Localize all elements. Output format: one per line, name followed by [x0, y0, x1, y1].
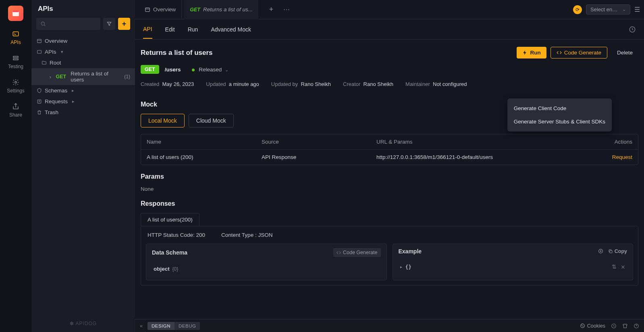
search-icon [40, 21, 46, 27]
subtab-api[interactable]: API [143, 20, 152, 39]
content-type: Content Type : JSON [221, 232, 272, 238]
env-refresh-button[interactable]: ⟳ [573, 5, 582, 14]
dropdown-server-stubs[interactable]: Generate Server Stubs & Client SDKs [507, 115, 612, 128]
subtab-run[interactable]: Run [188, 21, 198, 38]
schema-title: Data Schema [152, 249, 187, 256]
tree-endpoint[interactable]: › GET Returns a list of users (1) [31, 68, 135, 85]
tree-apis[interactable]: APIs ▾ [31, 46, 135, 57]
creator: Rano Sheikh [364, 81, 393, 87]
menu-icon: ☰ [634, 6, 640, 13]
filter-icon [106, 21, 112, 27]
window-icon [145, 7, 150, 13]
sort-icon[interactable]: ⇅ [612, 263, 617, 270]
logo-icon [12, 9, 20, 17]
tab-label: Overview [153, 6, 176, 13]
share-icon [12, 102, 20, 111]
cookies-button[interactable]: Cookies [580, 323, 605, 329]
code-icon [557, 50, 562, 55]
rail-label: Settings [7, 88, 24, 94]
svg-point-6 [41, 22, 44, 25]
api-title: Returns a list of users [141, 49, 213, 57]
code-generate-button[interactable]: Code Generate [551, 47, 607, 58]
sidebar: APIs + Overview APIs ▾ [31, 0, 135, 332]
app-logo [8, 6, 23, 21]
subtab-advanced-mock[interactable]: Advanced Mock [211, 21, 251, 38]
schema-code-generate[interactable]: Code Generate [333, 248, 380, 257]
mode-design[interactable]: DESIGN [147, 322, 175, 330]
copy-icon [608, 249, 613, 254]
environment-select[interactable]: Select envir... ⌄ [586, 4, 630, 15]
endpoint-name: Returns a list of users [71, 71, 121, 83]
responses-section-title: Responses [141, 200, 638, 207]
svg-rect-10 [145, 8, 150, 11]
history-button[interactable] [629, 26, 636, 33]
tree-overview[interactable]: Overview [31, 35, 135, 46]
release-status[interactable]: Released ⌄ [192, 67, 229, 73]
svg-rect-4 [13, 59, 18, 60]
tree-label: Root [50, 60, 61, 66]
main-area: Overview GET Returns a list of us... + ⋯… [135, 0, 644, 332]
endpoint-count: (1) [124, 74, 130, 79]
subtab-edit[interactable]: Edit [165, 21, 175, 38]
content: Returns a list of users Run Code Generat… [135, 40, 644, 319]
sub-tabs: API Edit Run Advanced Mock [135, 19, 644, 40]
svg-rect-2 [13, 32, 19, 36]
chevron-down-icon: ▾ [61, 49, 63, 54]
tree-requests[interactable]: Requests ▸ [31, 96, 135, 107]
delete-button[interactable]: Delete [611, 47, 638, 58]
rail-item-apis[interactable]: APIs [10, 30, 21, 45]
nav-rail: APIs Testing Settings Share [0, 0, 31, 332]
response-tab[interactable]: A list of users(200) [141, 213, 199, 226]
tab-overview[interactable]: Overview [139, 0, 182, 19]
updated-by: Rano Sheikh [301, 81, 331, 87]
mode-debug[interactable]: DEBUG [175, 322, 200, 330]
apis-folder-icon [36, 49, 42, 55]
expand-icon[interactable] [598, 248, 603, 254]
example-title: Example [399, 248, 422, 255]
ellipsis-icon: ⋯ [283, 6, 290, 13]
th-source: Source [262, 139, 376, 145]
caret-right-icon[interactable]: ▸ [400, 265, 402, 269]
tree-root-folder[interactable]: Root [31, 57, 135, 68]
svg-rect-3 [13, 56, 18, 58]
json-braces: {} [405, 264, 412, 270]
refresh-icon: ⟳ [575, 7, 580, 13]
add-button[interactable]: + [118, 18, 130, 30]
tab-more-button[interactable]: ⋯ [283, 6, 290, 13]
schema-object: object [154, 266, 170, 272]
rail-item-share[interactable]: Share [9, 102, 22, 118]
filter-button[interactable] [103, 18, 115, 30]
svg-rect-1 [12, 10, 19, 12]
new-tab-button[interactable]: + [265, 3, 278, 16]
tree-trash[interactable]: Trash [31, 107, 135, 118]
mock-url: http://127.0.0.1:3658/m1/366121-0-defaul… [376, 154, 600, 160]
rail-item-settings[interactable]: Settings [7, 78, 24, 94]
tshirt-icon[interactable] [622, 323, 628, 329]
method-label: GET [56, 74, 66, 79]
cloud-mock-button[interactable]: Cloud Mock [189, 114, 234, 127]
copy-button[interactable]: Copy [608, 248, 627, 254]
sync-icon[interactable] [611, 323, 617, 329]
run-button[interactable]: Run [517, 47, 546, 58]
help-icon[interactable] [634, 323, 639, 329]
chevron-right-icon: ▸ [72, 99, 75, 104]
plus-icon: + [269, 5, 274, 14]
tab-active-endpoint[interactable]: GET Returns a list of us... [184, 0, 258, 19]
mock-request-link[interactable]: Request [600, 154, 632, 160]
status-dot-icon [192, 69, 195, 71]
tree-schemas[interactable]: Schemas ▸ [31, 85, 135, 96]
menu-button[interactable]: ☰ [634, 6, 640, 13]
data-schema-panel: Data Schema Code Generate object {0} [146, 244, 387, 280]
dropdown-client-code[interactable]: Generate Client Code [507, 102, 612, 115]
tree-label: Trash [45, 109, 58, 115]
tab-title: Returns a list of us... [203, 6, 253, 13]
local-mock-button[interactable]: Local Mock [141, 114, 185, 127]
schema-icon [36, 88, 42, 94]
api-icon [12, 30, 20, 38]
rail-label: APIs [10, 40, 21, 45]
svg-point-16 [583, 326, 583, 326]
rail-item-testing[interactable]: Testing [8, 54, 23, 69]
collapse-left-icon[interactable]: « [140, 323, 143, 329]
collapse-icon[interactable]: ⨯ [621, 263, 625, 270]
search-input[interactable] [36, 18, 100, 30]
